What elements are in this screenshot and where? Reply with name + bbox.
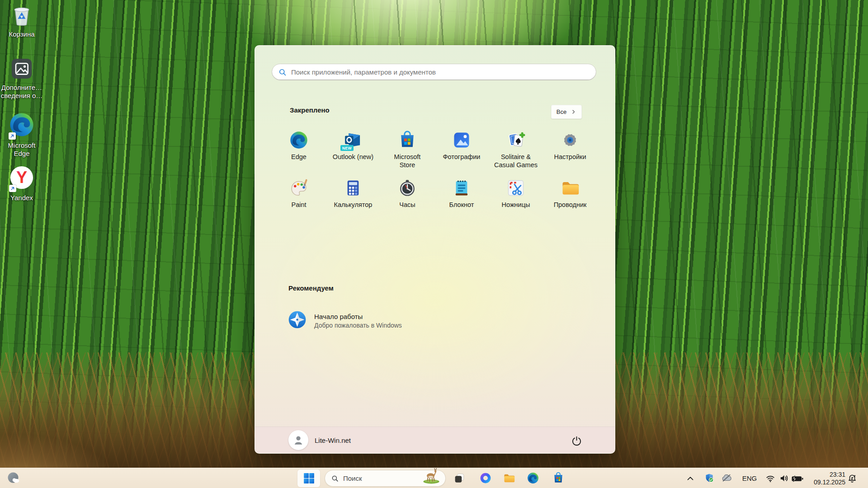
pinned-row-1: Edge NEW Outlook (new) Microsoft Store Ф… (277, 130, 592, 169)
scissors-icon (506, 178, 526, 198)
start-menu: Закреплено Все Edge NEW Outlook (new) Mi… (255, 45, 615, 454)
pinned-app-solitaire[interactable]: Solitaire & Casual Games (494, 130, 538, 169)
taskbar-search-box[interactable]: Поиск (325, 470, 446, 487)
new-badge: NEW (340, 145, 354, 151)
clock-date-button[interactable]: 23:31 09.12.2025 (814, 471, 845, 486)
desktop-icon-label: Microsoft Edge (4, 141, 39, 158)
yandex-icon (9, 164, 35, 192)
recommended-section-title: Рекомендуем (288, 284, 334, 292)
clock-date: 09.12.2025 (814, 479, 845, 486)
file-explorer-button[interactable] (500, 469, 518, 487)
desktop-icon-label: Дополните… сведения о… (1, 84, 43, 100)
microsoft-store-icon (552, 472, 565, 484)
recommended-item-title: Начало работы (314, 313, 402, 320)
security-shield-icon (704, 473, 714, 483)
tray-show-hidden-icons-button[interactable] (684, 474, 696, 483)
recommended-item-text: Начало работы Добро пожаловать в Windows (314, 313, 402, 329)
clock-icon (397, 178, 417, 198)
pinned-app-label: Paint (291, 201, 306, 209)
microsoft-365-icon (479, 472, 492, 484)
pinned-app-paint[interactable]: Paint (277, 178, 321, 209)
desktop-icon-microsoft-edge[interactable]: Microsoft Edge (0, 111, 43, 158)
power-button[interactable] (569, 433, 584, 448)
pinned-app-clock[interactable]: Часы (386, 178, 429, 209)
pinned-app-calculator[interactable]: Калькулятор (331, 178, 375, 209)
start-search-input[interactable] (272, 64, 596, 80)
microsoft-store-button[interactable] (549, 469, 567, 487)
user-name: Lite-Win.net (315, 436, 351, 444)
search-icon (278, 68, 287, 77)
microsoft-store-icon (397, 130, 417, 150)
wifi-icon (765, 474, 775, 483)
pinned-app-label: Solitaire & Casual Games (494, 153, 538, 169)
pinned-app-label: Фотографии (443, 153, 481, 161)
chevron-right-icon (571, 109, 576, 115)
pinned-app-file-explorer[interactable]: Проводник (548, 178, 592, 209)
pinned-app-label: Microsoft Store (386, 153, 429, 169)
speaker-icon (779, 473, 789, 483)
cloud-slash-icon (721, 473, 732, 483)
microsoft-365-button[interactable] (476, 469, 495, 487)
widgets-button[interactable] (5, 470, 22, 487)
edge-icon (527, 472, 539, 484)
user-profile-button[interactable]: Lite-Win.net (288, 430, 351, 450)
task-view-icon (453, 472, 465, 484)
desktop-screen: Корзина Дополните… сведения о… Microsoft… (0, 0, 868, 488)
task-view-button[interactable] (450, 469, 468, 487)
shortcut-arrow-icon (9, 132, 16, 140)
pinned-row-2: Paint Калькулятор Часы Блокнот Ножницы П… (277, 178, 592, 209)
notepad-icon (452, 178, 472, 198)
folder-icon (560, 178, 580, 198)
pinned-app-outlook[interactable]: NEW Outlook (new) (331, 130, 375, 169)
chevron-up-icon (686, 474, 695, 483)
pinned-app-label: Калькулятор (334, 201, 373, 209)
pinned-app-photos[interactable]: Фотографии (440, 130, 483, 169)
pinned-app-label: Блокнот (449, 201, 474, 209)
search-icon (331, 474, 339, 483)
desktop-icon-label: Yandex (10, 194, 33, 202)
pinned-app-settings[interactable]: Настройки (548, 130, 592, 169)
clock-time: 23:31 (814, 471, 845, 479)
pinned-app-notepad[interactable]: Блокнот (440, 178, 483, 209)
battery-charging-icon (791, 475, 804, 482)
onedrive-tray-button[interactable] (720, 473, 732, 483)
all-button-label: Все (557, 108, 566, 115)
battery-tray-button[interactable] (791, 475, 804, 482)
volume-tray-button[interactable] (778, 473, 790, 483)
edge-button[interactable] (524, 469, 542, 487)
desktop-icon-recycle-bin[interactable]: Корзина (0, 5, 43, 38)
pinned-all-button[interactable]: Все (551, 105, 582, 119)
pinned-section-title: Закреплено (290, 106, 330, 114)
pinned-app-label: Edge (291, 153, 307, 161)
pinned-app-label: Проводник (554, 201, 587, 209)
start-menu-footer: Lite-Win.net (255, 427, 615, 453)
desktop-icon-additional-info[interactable]: Дополните… сведения о… (0, 57, 43, 100)
wifi-tray-button[interactable] (765, 473, 775, 483)
search-highlight-deer-image (420, 466, 442, 486)
language-indicator[interactable]: ENG (740, 468, 760, 488)
solitaire-icon (506, 130, 526, 150)
pinned-app-edge[interactable]: Edge (277, 130, 321, 169)
pinned-app-microsoft-store[interactable]: Microsoft Store (386, 130, 429, 169)
pinned-app-label: Ножницы (502, 201, 530, 209)
recommended-item-subtitle: Добро пожаловать в Windows (314, 322, 402, 329)
notification-center-button[interactable] (847, 473, 858, 484)
taskbar-search-label: Поиск (343, 474, 362, 482)
get-started-icon (287, 310, 307, 332)
windows-logo-icon (303, 472, 315, 484)
taskbar: Поиск ENG (0, 468, 868, 488)
recommended-item-get-started[interactable]: Начало работы Добро пожаловать в Windows (287, 310, 402, 332)
widgets-weather-icon (6, 471, 21, 486)
shortcut-arrow-icon (9, 185, 16, 192)
desktop-icon-yandex[interactable]: Yandex (0, 164, 43, 202)
start-button[interactable] (297, 469, 320, 487)
calculator-icon (343, 178, 363, 198)
pinned-app-snipping-tool[interactable]: Ножницы (494, 178, 538, 209)
folder-icon (503, 472, 515, 484)
edge-icon (8, 111, 35, 140)
pinned-app-label: Настройки (554, 153, 586, 161)
windows-security-tray-button[interactable] (704, 473, 715, 483)
recycle-bin-icon (10, 5, 33, 29)
image-placeholder-icon (10, 57, 33, 82)
pinned-app-label: Outlook (new) (333, 153, 373, 161)
